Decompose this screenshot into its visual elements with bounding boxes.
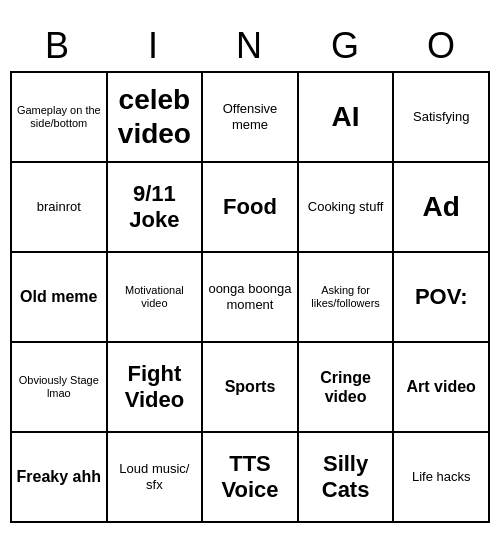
bingo-cell-r4-c0: Freaky ahh bbox=[12, 433, 108, 523]
bingo-cell-r1-c2: Food bbox=[203, 163, 299, 253]
cell-text-r0-c4: Satisfying bbox=[413, 109, 469, 125]
cell-text-r2-c3: Asking for likes/followers bbox=[303, 284, 389, 310]
bingo-cell-r3-c4: Art video bbox=[394, 343, 490, 433]
cell-text-r3-c0: Obviously Stage lmao bbox=[16, 374, 102, 400]
bingo-grid: Gameplay on the side/bottomceleb videoOf… bbox=[10, 71, 490, 523]
cell-text-r2-c0: Old meme bbox=[20, 287, 97, 306]
bingo-cell-r1-c3: Cooking stuff bbox=[299, 163, 395, 253]
header-letter-i: I bbox=[106, 21, 202, 71]
bingo-cell-r2-c4: POV: bbox=[394, 253, 490, 343]
bingo-cell-r0-c1: celeb video bbox=[108, 73, 204, 163]
bingo-cell-r4-c3: Silly Cats bbox=[299, 433, 395, 523]
cell-text-r1-c4: Ad bbox=[423, 190, 460, 224]
bingo-card: BINGO Gameplay on the side/bottomceleb v… bbox=[10, 21, 490, 523]
bingo-cell-r0-c3: AI bbox=[299, 73, 395, 163]
bingo-header: BINGO bbox=[10, 21, 490, 71]
cell-text-r4-c0: Freaky ahh bbox=[17, 467, 101, 486]
cell-text-r1-c1: 9/11 Joke bbox=[112, 181, 198, 234]
cell-text-r4-c2: TTS Voice bbox=[207, 451, 293, 504]
bingo-cell-r4-c2: TTS Voice bbox=[203, 433, 299, 523]
cell-text-r0-c0: Gameplay on the side/bottom bbox=[16, 104, 102, 130]
cell-text-r4-c1: Loud music/ sfx bbox=[112, 461, 198, 492]
cell-text-r1-c0: brainrot bbox=[37, 199, 81, 215]
bingo-cell-r2-c0: Old meme bbox=[12, 253, 108, 343]
bingo-cell-r1-c4: Ad bbox=[394, 163, 490, 253]
header-letter-b: B bbox=[10, 21, 106, 71]
bingo-cell-r3-c3: Cringe video bbox=[299, 343, 395, 433]
cell-text-r3-c4: Art video bbox=[407, 377, 476, 396]
cell-text-r3-c1: Fight Video bbox=[112, 361, 198, 414]
header-letter-n: N bbox=[202, 21, 298, 71]
cell-text-r3-c3: Cringe video bbox=[303, 368, 389, 406]
header-letter-g: G bbox=[298, 21, 394, 71]
cell-text-r0-c2: Offensive meme bbox=[207, 101, 293, 132]
bingo-cell-r1-c1: 9/11 Joke bbox=[108, 163, 204, 253]
bingo-cell-r2-c2: oonga boonga moment bbox=[203, 253, 299, 343]
cell-text-r2-c2: oonga boonga moment bbox=[207, 281, 293, 312]
cell-text-r3-c2: Sports bbox=[225, 377, 276, 396]
cell-text-r2-c4: POV: bbox=[415, 284, 468, 310]
bingo-cell-r0-c2: Offensive meme bbox=[203, 73, 299, 163]
cell-text-r4-c4: Life hacks bbox=[412, 469, 471, 485]
bingo-cell-r3-c1: Fight Video bbox=[108, 343, 204, 433]
cell-text-r0-c3: AI bbox=[332, 100, 360, 134]
bingo-cell-r2-c1: Motivational video bbox=[108, 253, 204, 343]
cell-text-r2-c1: Motivational video bbox=[112, 284, 198, 310]
bingo-cell-r3-c0: Obviously Stage lmao bbox=[12, 343, 108, 433]
cell-text-r0-c1: celeb video bbox=[112, 83, 198, 150]
bingo-cell-r1-c0: brainrot bbox=[12, 163, 108, 253]
bingo-cell-r4-c1: Loud music/ sfx bbox=[108, 433, 204, 523]
cell-text-r1-c3: Cooking stuff bbox=[308, 199, 384, 215]
cell-text-r4-c3: Silly Cats bbox=[303, 451, 389, 504]
bingo-cell-r3-c2: Sports bbox=[203, 343, 299, 433]
header-letter-o: O bbox=[394, 21, 490, 71]
bingo-cell-r0-c0: Gameplay on the side/bottom bbox=[12, 73, 108, 163]
bingo-cell-r0-c4: Satisfying bbox=[394, 73, 490, 163]
bingo-cell-r4-c4: Life hacks bbox=[394, 433, 490, 523]
bingo-cell-r2-c3: Asking for likes/followers bbox=[299, 253, 395, 343]
cell-text-r1-c2: Food bbox=[223, 194, 277, 220]
